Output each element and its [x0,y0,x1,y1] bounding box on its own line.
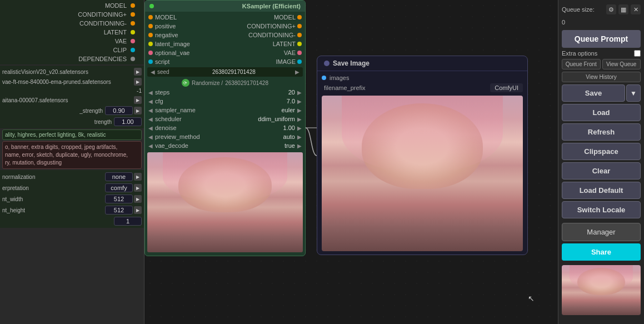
neg-row: -1 [2,87,142,95]
steps-left-arrow[interactable]: ◀ [148,89,153,96]
refresh-button[interactable]: Refresh [562,123,641,141]
denoise-right-arrow[interactable]: ▶ [297,125,302,131]
save-images-dot [322,76,326,80]
height-arrow[interactable]: ▶ [134,206,142,214]
switch-locale-button[interactable]: Switch Locale [562,201,641,218]
save-dropdown-btn[interactable]: ▼ [626,84,641,102]
share-button[interactable]: Share [562,243,641,261]
preview-left-arrow[interactable]: ◀ [148,134,153,140]
sampler-right-arrow[interactable]: ▶ [297,107,302,113]
vae-arrow-btn[interactable]: ▶ [134,78,142,86]
vae-dot [131,39,135,43]
ks-thumbnail [147,152,303,252]
clipspace-button[interactable]: Clipspace [562,143,641,160]
vae-decode-right-arrow[interactable]: ▶ [297,143,302,149]
scheduler-label: scheduler [155,116,258,122]
normalization-value: none [105,172,133,181]
clip-dot [131,48,135,52]
scheduler-right-arrow[interactable]: ▶ [297,116,302,122]
seed-row: ◀ seed 26380291701428 ▶ [147,67,303,77]
strength1-row: _strength 0.90 ▶ [2,105,142,116]
cfg-label: cfg [155,98,287,104]
cfg-right-arrow[interactable]: ▶ [297,98,302,104]
interpretation-arrow[interactable]: ▶ [134,184,142,192]
queue-settings-btn[interactable]: ⚙ [606,4,616,14]
randomize-value: 26380291701428 [225,80,268,86]
cfg-left-arrow[interactable]: ◀ [148,98,153,104]
sampler-left-arrow[interactable]: ◀ [148,107,153,113]
ks-model-left-dot [148,15,153,19]
sampler-value: euler [282,107,295,113]
ks-vae-left-dot [148,51,153,55]
node-row-conditioning-neg: CONDITIONING- [4,19,139,28]
interpretation-value: comfy [105,183,133,192]
lora-value: aitana-000007.safetensors [2,97,133,103]
queue-size-label: Queue size: [562,6,595,13]
vae-decode-value: true [284,142,295,149]
width-arrow[interactable]: ▶ [134,195,142,203]
normalization-arrow[interactable]: ▶ [134,173,142,181]
strength1-arrow-btn[interactable]: ▶ [134,107,142,114]
scheduler-left-arrow[interactable]: ◀ [148,116,153,122]
manager-button[interactable]: Manager [562,223,641,241]
ks-row-negative: negative CONDITIONING- [145,31,305,39]
load-default-button[interactable]: Load Default [562,182,641,199]
steps-right-arrow[interactable]: ▶ [297,89,302,96]
model-label: MODEL [105,2,127,9]
normalization-row: normalization none ▶ [2,171,142,182]
denoise-label: denoise [155,124,283,131]
filename-row: filename_prefix ComfyUI [322,83,523,92]
model-row: realisticVisionV20_v20.safetensors ▶ [2,67,142,77]
seed-left-arrow[interactable]: ◀ [151,69,155,75]
load-button[interactable]: Load [562,104,641,121]
view-queue-btn[interactable]: View Queue [602,59,641,69]
save-images-label: images [330,74,349,81]
preview-value: auto [283,133,295,140]
left-panel: MODEL CONDITIONING+ CONDITIONING- LATENT… [0,0,144,324]
queue-close-btn[interactable]: ✕ [631,4,641,14]
ksampler-title-bar: KSampler (Efficient) [145,1,305,12]
right-portrait-image [562,265,641,315]
randomize-icon: ⟳ [182,79,189,87]
model-value: realisticVisionV20_v20.safetensors [2,69,133,75]
vae-value: vae-ft-mse-840000-ema-pruned.safetensors [2,79,133,85]
model-arrow-btn[interactable]: ▶ [134,68,142,76]
extra-options-row: Extra options [562,50,641,57]
save-button[interactable]: Save [562,84,625,102]
queue-view-btn[interactable]: ▦ [618,4,628,14]
view-history-btn[interactable]: View History [562,72,641,82]
batch-row: 1 [2,216,142,227]
param-cfg: ◀ cfg 7.0 ▶ [145,97,305,106]
denoise-left-arrow[interactable]: ◀ [148,125,153,131]
preview-right-arrow[interactable]: ▶ [297,134,302,140]
lora-row: aitana-000007.safetensors ▶ [2,95,142,105]
save-image-node: Save Image images filename_prefix ComfyU… [317,56,528,255]
clip-label: CLIP [113,47,127,53]
cond-neg-dot [131,21,135,26]
cond-neg-label: CONDITIONING- [79,20,127,27]
queue-prompt-button[interactable]: Queue Prompt [562,30,641,48]
ksampler-title: KSampler (Efficient) [242,3,301,9]
queue-front-btn[interactable]: Queue Front [562,59,601,69]
seed-right-arrow[interactable]: ▶ [295,69,299,75]
param-sampler: ◀ sampler_name euler ▶ [145,106,305,114]
extra-options-checkbox[interactable] [634,50,641,57]
lora-arrow-btn[interactable]: ▶ [134,96,142,104]
seed-label: seed [157,69,169,75]
randomize-row: ⟳ Randomize / 26380291701428 [145,78,305,88]
save-image-title-bar: Save Image [317,56,527,71]
clear-button[interactable]: Clear [562,162,641,180]
save-images-row: images [322,74,523,81]
param-preview: ◀ preview_method auto ▶ [145,132,305,141]
strength1-value: 0.90 [105,106,133,115]
filename-prefix-label: filename_prefix [324,84,366,91]
ks-vae-label: optional_vae [155,49,284,56]
deps-dot [131,57,135,61]
height-label: nt_height [2,207,105,213]
vae-decode-left-arrow[interactable]: ◀ [148,143,153,149]
ks-latent-label: latent_image [155,41,273,47]
queue-header: Queue size: ⚙ ▦ ✕ [562,4,641,14]
ks-portrait-image [147,152,303,252]
model-dot-left [131,3,135,8]
ks-vae-right-label: VAE [284,49,296,56]
